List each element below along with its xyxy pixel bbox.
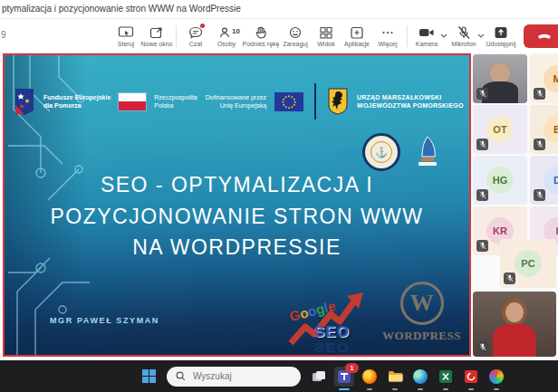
participant-initials-tile[interactable]: HG bbox=[473, 156, 527, 205]
leave-call-button[interactable] bbox=[524, 24, 558, 48]
share-screen-icon bbox=[493, 25, 509, 40]
mic-off-icon bbox=[476, 88, 488, 100]
mic-off-icon bbox=[476, 189, 488, 201]
toolbar-divider bbox=[176, 25, 177, 47]
raise-hand-icon bbox=[253, 25, 269, 40]
participant-initials-tile[interactable]: PC bbox=[500, 239, 556, 288]
participant-initials-tile[interactable]: B bbox=[530, 105, 558, 154]
uniwersytet-morski-gdynia-seal: ⚓ bbox=[362, 133, 400, 171]
rzeczpospolita-label: RzeczpospolitaPolska bbox=[154, 93, 197, 110]
chat-button[interactable]: Czat bbox=[180, 20, 211, 53]
participant-initials-tile[interactable]: D bbox=[530, 156, 558, 205]
eu-flag bbox=[274, 92, 303, 111]
button-label: Czat bbox=[189, 41, 202, 47]
dofinansowane-label: Dofinansowane przezUnię Europejską bbox=[206, 93, 266, 110]
apps-button[interactable]: Aplikacje bbox=[342, 20, 372, 53]
button-label: Udostępnij bbox=[486, 41, 515, 47]
wordpress-logo: W WORDPRESS bbox=[374, 282, 469, 343]
people-button[interactable]: 10 Osoby bbox=[211, 20, 242, 53]
participant-initials-tile[interactable]: M bbox=[530, 54, 558, 103]
acrobat-app-icon[interactable] bbox=[461, 367, 481, 387]
mic-off-icon bbox=[504, 272, 515, 284]
firefox-app-icon[interactable] bbox=[360, 367, 380, 387]
more-button[interactable]: Więcej bbox=[372, 20, 403, 53]
button-label: Więcej bbox=[378, 41, 397, 47]
fundusze-europejskie-label: Fundusze Europejskiedla Pomorza bbox=[43, 93, 111, 110]
mic-off-icon bbox=[534, 88, 545, 100]
button-label: Widok bbox=[317, 41, 334, 47]
teams-app-icon[interactable]: 1 bbox=[334, 367, 354, 387]
partner-logos: ⚓ bbox=[362, 133, 440, 171]
fundusze-europejskie-logo bbox=[14, 87, 35, 116]
chat-unread-dot bbox=[200, 24, 205, 28]
people-count-badge: 10 bbox=[232, 27, 240, 35]
control-screen-icon bbox=[118, 25, 134, 40]
open-new-window-icon bbox=[149, 25, 165, 40]
edge-app-icon[interactable] bbox=[410, 367, 430, 387]
wordpress-wordmark: WORDPRESS bbox=[374, 329, 469, 343]
react-button[interactable]: Zareaguj bbox=[280, 20, 311, 53]
new-window-button[interactable]: Nowe okno bbox=[141, 20, 172, 53]
button-label: Aplikacje bbox=[344, 41, 370, 47]
window-title-bar: ptymalizacja i pozycjonowanie stron WWW … bbox=[0, 0, 558, 19]
grid-view-icon bbox=[318, 25, 334, 40]
seo-text-reflection: SEO bbox=[314, 339, 350, 355]
slide-title: SEO - OPTYMALIZACJA I POZYCJONOWANIE STR… bbox=[14, 169, 460, 263]
view-button[interactable]: Widok bbox=[311, 20, 342, 53]
mic-off-icon bbox=[534, 139, 545, 150]
urzad-marszalkowski-label: URZĄD MARSZAŁKOWSKIWOJEWÓDZTWA POMORSKIE… bbox=[357, 93, 464, 110]
camera-button[interactable]: Kamera bbox=[411, 20, 442, 53]
participant-initials: D bbox=[544, 167, 558, 194]
button-label: Zareaguj bbox=[283, 41, 308, 47]
participant-video-tile[interactable] bbox=[473, 292, 556, 357]
button-label: Kamera bbox=[416, 41, 438, 47]
mic-off-icon bbox=[476, 341, 488, 353]
sail-logo bbox=[413, 135, 440, 169]
ellipsis-icon bbox=[380, 25, 396, 40]
button-label: Nowe okno bbox=[140, 41, 172, 47]
participant-initials: M bbox=[544, 65, 558, 92]
teams-notification-badge: 1 bbox=[345, 363, 359, 373]
button-label: Mikrofon bbox=[452, 41, 476, 47]
photos-app-icon[interactable] bbox=[486, 367, 506, 387]
wordpress-w-icon: W bbox=[400, 282, 444, 325]
participant-initials-tile[interactable]: OT bbox=[473, 105, 527, 154]
header-divider bbox=[314, 83, 316, 120]
button-label: Podnieś rękę bbox=[243, 41, 280, 47]
app-open-indicator bbox=[418, 388, 423, 390]
teams-meeting-window: ptymalizacja i pozycjonowanie stron WWW … bbox=[0, 0, 558, 392]
share-button[interactable]: Udostępnij bbox=[486, 20, 516, 53]
participants-sidebar: M OT B HG D bbox=[471, 53, 558, 360]
participant-initials: OT bbox=[486, 116, 514, 143]
app-open-indicator bbox=[468, 388, 474, 390]
raise-hand-button[interactable]: Podnieś rękę bbox=[242, 20, 280, 53]
task-view-button[interactable] bbox=[309, 367, 329, 387]
taskbar-search[interactable] bbox=[167, 367, 301, 387]
mic-off-icon bbox=[476, 139, 488, 150]
poland-flag bbox=[119, 93, 146, 110]
presenter-name: MGR PAWEŁ SZYMAN bbox=[50, 316, 159, 325]
control-button[interactable]: Steruj bbox=[111, 20, 141, 53]
smiley-icon bbox=[287, 25, 303, 40]
app-open-indicator bbox=[392, 388, 398, 390]
google-seo-graphic: Google SEO SEO bbox=[287, 280, 378, 352]
window-title: ptymalizacja i pozycjonowanie stron WWW … bbox=[2, 4, 241, 14]
app-open-indicator bbox=[443, 388, 448, 390]
pomorskie-griffin-shield bbox=[327, 88, 349, 115]
excel-app-icon[interactable] bbox=[436, 367, 456, 387]
mic-muted-icon bbox=[456, 25, 472, 40]
start-button[interactable] bbox=[139, 367, 159, 387]
participant-video-tile[interactable] bbox=[473, 54, 527, 103]
app-open-indicator bbox=[494, 388, 499, 390]
search-input[interactable] bbox=[191, 370, 276, 382]
microphone-button[interactable]: Mikrofon bbox=[448, 20, 479, 53]
slide-header: Fundusze Europejskiedla Pomorza Rzeczpos… bbox=[14, 75, 464, 128]
participant-initials: PC bbox=[515, 250, 542, 277]
shared-screen-region[interactable]: Fundusze Europejskiedla Pomorza Rzeczpos… bbox=[3, 53, 471, 357]
presentation-slide: Fundusze Europejskiedla Pomorza Rzeczpos… bbox=[5, 55, 469, 355]
button-label: Osoby bbox=[217, 41, 236, 47]
apps-plus-icon bbox=[349, 25, 365, 40]
mic-off-icon bbox=[476, 240, 488, 252]
file-explorer-icon[interactable] bbox=[385, 367, 405, 387]
app-open-indicator bbox=[367, 388, 372, 390]
